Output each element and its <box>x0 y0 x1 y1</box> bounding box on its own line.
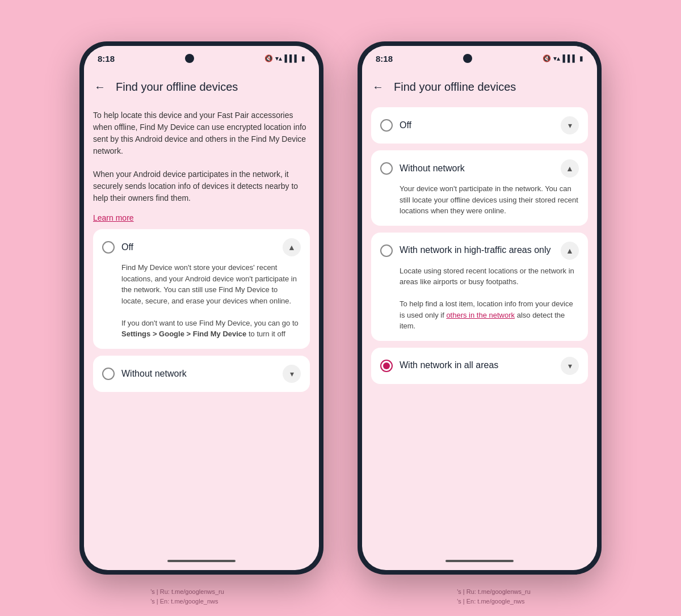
battery-icon-left: ▮ <box>301 54 305 62</box>
battery-icon-right: ▮ <box>579 54 583 62</box>
radio-off-right[interactable] <box>380 119 393 132</box>
option-all-areas-right-side: With network in all areas <box>380 360 498 372</box>
option-all-areas-header-right: With network in all areas ▾ <box>380 357 579 375</box>
option-without-left-side: Without network <box>102 368 187 380</box>
option-without-header-left: Without network ▾ <box>102 365 301 383</box>
time-right: 8:18 <box>376 54 393 64</box>
option-without-header-right: Without network ▲ <box>380 159 579 178</box>
option-without-detail-right: Your device won't participate in the net… <box>380 183 579 217</box>
home-indicator-right <box>445 560 514 562</box>
option-off-header-right: Off ▾ <box>380 116 579 134</box>
status-icons-left: 🔇 ▾▴ ▌▌▌ ▮ <box>264 54 305 62</box>
option-without-right-side: Without network <box>380 162 465 175</box>
back-button-right[interactable]: ← <box>371 80 385 94</box>
chevron-high-traffic-right[interactable]: ▲ <box>561 242 579 260</box>
page-title-right: Find your offline devices <box>394 81 516 94</box>
option-without-label-right: Without network <box>400 163 465 174</box>
chevron-without-left[interactable]: ▾ <box>283 365 301 383</box>
time-left: 8:18 <box>98 54 115 64</box>
option-off-header-left: Off ▲ <box>102 238 301 256</box>
radio-high-traffic-right[interactable] <box>380 244 393 257</box>
content-left: To help locate this device and your Fast… <box>84 103 319 552</box>
status-icons-right: 🔇 ▾▴ ▌▌▌ ▮ <box>543 54 583 62</box>
option-high-traffic-detail-right: Locate using stored recent locations or … <box>380 265 579 332</box>
option-off-label-right: Off <box>400 120 411 130</box>
right-phone: 8:18 🔇 ▾▴ ▌▌▌ ▮ ← Find your offline devi… <box>358 41 602 575</box>
option-high-traffic-right: With network in high-traffic areas only … <box>371 233 588 341</box>
home-indicator-left <box>167 560 236 562</box>
status-bar-right: 8:18 🔇 ▾▴ ▌▌▌ ▮ <box>362 46 597 71</box>
option-without-label-left: Without network <box>121 369 187 379</box>
chevron-off-right[interactable]: ▾ <box>561 116 579 134</box>
content-right: Off ▾ Without network ▲ Your device won'… <box>362 103 597 552</box>
chevron-without-right[interactable]: ▲ <box>561 159 579 178</box>
option-off-right-side: Off <box>380 119 411 132</box>
footer-right-line2: 's | En: t.me/google_nws <box>457 597 531 607</box>
camera-left <box>185 54 194 63</box>
option-off-left-side: Off <box>102 241 133 254</box>
learn-more-link[interactable]: Learn more <box>93 213 310 222</box>
option-high-traffic-header-right: With network in high-traffic areas only … <box>380 242 579 260</box>
footer-left-line2: 's | En: t.me/google_nws <box>150 597 224 607</box>
top-bar-left: ← Find your offline devices <box>84 71 319 103</box>
camera-right <box>463 54 472 63</box>
page-title-left: Find your offline devices <box>116 81 238 94</box>
status-bar-left: 8:18 🔇 ▾▴ ▌▌▌ ▮ <box>84 46 319 71</box>
desc-para2-left: When your Android device participates in… <box>93 166 310 206</box>
signal-icon-left: ▌▌▌ <box>284 54 299 62</box>
others-in-network-link[interactable]: others in the network <box>446 311 515 319</box>
left-screen: 8:18 🔇 ▾▴ ▌▌▌ ▮ ← Find your offline devi… <box>84 46 319 570</box>
option-off-right: Off ▾ <box>371 107 588 144</box>
option-high-traffic-right-side: With network in high-traffic areas only <box>380 244 550 257</box>
top-bar-right: ← Find your offline devices <box>362 71 597 103</box>
radio-all-areas-right[interactable] <box>380 360 393 372</box>
option-off-detail-left: Find My Device won't store your devices'… <box>102 262 301 340</box>
mute-icon-left: 🔇 <box>264 54 273 62</box>
desc-para1-left: To help locate this device and your Fast… <box>93 107 310 159</box>
option-without-right: Without network ▲ Your device won't part… <box>371 150 588 226</box>
wifi-icon-right: ▾▴ <box>553 54 560 62</box>
option-high-traffic-label-right: With network in high-traffic areas only <box>400 244 550 256</box>
radio-without-right[interactable] <box>380 162 393 175</box>
back-button-left[interactable]: ← <box>93 80 107 94</box>
option-all-areas-right: With network in all areas ▾ <box>371 348 588 384</box>
radio-without-left[interactable] <box>102 368 115 380</box>
option-off-label-left: Off <box>121 242 133 252</box>
left-phone: 8:18 🔇 ▾▴ ▌▌▌ ▮ ← Find your offline devi… <box>79 41 323 575</box>
footer-left: 's | Ru: t.me/googlenws_ru 's | En: t.me… <box>150 587 224 607</box>
mute-icon-right: 🔇 <box>543 54 551 62</box>
wifi-icon-left: ▾▴ <box>275 54 282 62</box>
chevron-all-areas-right[interactable]: ▾ <box>561 357 579 375</box>
footer-right-line1: 's | Ru: t.me/googlenws_ru <box>457 587 531 597</box>
signal-icon-right: ▌▌▌ <box>562 54 577 62</box>
footer-right: 's | Ru: t.me/googlenws_ru 's | En: t.me… <box>457 587 531 607</box>
option-off-left: Off ▲ Find My Device won't store your de… <box>93 229 310 349</box>
footer-text: 's | Ru: t.me/googlenws_ru 's | En: t.me… <box>0 587 681 607</box>
home-bar-right <box>362 552 597 570</box>
option-without-network-left: Without network ▾ <box>93 356 310 392</box>
right-screen: 8:18 🔇 ▾▴ ▌▌▌ ▮ ← Find your offline devi… <box>362 46 597 570</box>
footer-left-line1: 's | Ru: t.me/googlenws_ru <box>150 587 224 597</box>
chevron-off-left[interactable]: ▲ <box>283 238 301 256</box>
option-all-areas-label-right: With network in all areas <box>400 360 498 372</box>
home-bar-left <box>84 552 319 570</box>
radio-off-left[interactable] <box>102 241 115 254</box>
